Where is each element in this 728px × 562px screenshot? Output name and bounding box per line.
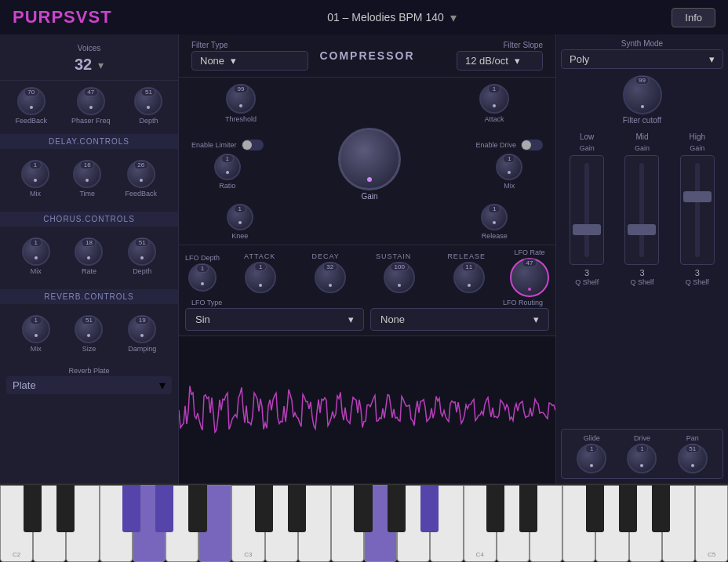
eq-mid-gain-label: Gain bbox=[635, 144, 650, 152]
eq-mid-slider-container[interactable] bbox=[624, 155, 659, 265]
black-key[interactable] bbox=[420, 485, 439, 532]
glide-value: 1 bbox=[585, 444, 598, 453]
release-knob[interactable]: 1 bbox=[481, 204, 508, 230]
black-key[interactable] bbox=[155, 485, 173, 532]
adsr-sustain-value: 100 bbox=[391, 263, 409, 271]
eq-high-q-label: Q Shelf bbox=[686, 278, 709, 286]
pan-knob[interactable]: 51 bbox=[678, 444, 708, 473]
bottom-knobs-area: Glide 1 Drive 1 Pan 51 bbox=[561, 429, 723, 479]
filter-slope-dropdown-icon: ▾ bbox=[515, 55, 520, 67]
center-panel: Filter Type None ▾ COMPRESSOR Filter Slo… bbox=[179, 34, 555, 484]
chorus-rate-item: 18 Rate bbox=[75, 237, 103, 275]
threshold-knob[interactable]: 99 bbox=[226, 84, 256, 114]
phaser-freq-knob[interactable]: 47 bbox=[77, 87, 105, 115]
threshold-label: Threshold bbox=[225, 115, 257, 123]
enable-drive-toggle[interactable] bbox=[521, 140, 543, 150]
reverb-mix-knob[interactable]: 1 bbox=[22, 315, 50, 343]
delay-feedback-knob[interactable]: 26 bbox=[127, 160, 155, 188]
chorus-depth-knob[interactable]: 51 bbox=[128, 237, 156, 266]
delay-controls-header[interactable]: DELAY.CONTROLS bbox=[0, 134, 178, 149]
reverb-size-knob[interactable]: 51 bbox=[75, 315, 103, 343]
black-key[interactable] bbox=[486, 485, 504, 532]
chorus-rate-knob[interactable]: 18 bbox=[75, 237, 103, 266]
adsr-attack-knob[interactable]: 1 bbox=[245, 262, 276, 293]
black-key[interactable] bbox=[122, 485, 140, 532]
sustain-adsr-label: SUSTAIN bbox=[376, 252, 411, 260]
black-key[interactable] bbox=[255, 485, 273, 532]
reverb-controls-header[interactable]: REVERB.CONTROLS bbox=[0, 289, 178, 304]
delay-mix-knob[interactable]: 1 bbox=[21, 160, 49, 188]
compressor-title-area: COMPRESSOR bbox=[308, 49, 425, 63]
black-key[interactable] bbox=[652, 485, 670, 532]
enable-limiter-toggle[interactable] bbox=[242, 140, 264, 150]
preset-dropdown-icon[interactable]: ▾ bbox=[450, 10, 457, 25]
reverb-plate-row[interactable]: Plate ▾ bbox=[6, 376, 172, 394]
delay-knobs-row: 1 Mix 16 Time 26 bbox=[6, 154, 172, 204]
lfo-type-select[interactable]: Sin ▾ bbox=[185, 308, 364, 331]
black-key[interactable] bbox=[24, 485, 42, 532]
black-key[interactable] bbox=[388, 485, 406, 532]
knee-knob[interactable]: 1 bbox=[227, 204, 253, 230]
eq-low-band: Low Gain 3 Q Shelf bbox=[561, 132, 613, 424]
black-key[interactable] bbox=[56, 485, 75, 532]
black-key[interactable] bbox=[188, 485, 206, 532]
glide-knob[interactable]: 1 bbox=[577, 444, 606, 473]
preset-area: 01 – Melodies BPM 140 ▾ bbox=[327, 10, 457, 25]
feedback-knob[interactable]: 70 bbox=[17, 87, 46, 115]
reverb-damping-knob[interactable]: 19 bbox=[128, 315, 156, 343]
info-button[interactable]: Info bbox=[672, 8, 715, 27]
lfo-routing-value: None bbox=[380, 314, 405, 325]
glide-knob-item: Glide 1 bbox=[577, 434, 606, 473]
gain-knob[interactable] bbox=[338, 128, 401, 190]
synth-mode-select[interactable]: Poly ▾ bbox=[561, 49, 723, 69]
voices-dropdown-icon[interactable]: ▾ bbox=[98, 59, 104, 71]
reverb-size-value: 51 bbox=[82, 316, 96, 325]
chorus-controls-header[interactable]: CHORUS.CONTROLS bbox=[0, 212, 178, 227]
eq-low-gain-label: Gain bbox=[580, 144, 595, 152]
threshold-item: 99 Threshold bbox=[225, 84, 257, 123]
eq-high-thumb[interactable] bbox=[683, 191, 712, 202]
reverb-knobs-row: 1 Mix 51 Size 19 bbox=[6, 309, 172, 359]
eq-low-thumb[interactable] bbox=[573, 224, 601, 235]
delay-time-label: Time bbox=[79, 190, 95, 198]
attack-label: Attack bbox=[484, 115, 504, 123]
black-key[interactable] bbox=[519, 485, 537, 532]
drive-knob[interactable]: 1 bbox=[627, 444, 657, 473]
adsr-sustain-item: 100 bbox=[384, 262, 415, 293]
delay-time-dot bbox=[86, 179, 89, 182]
eq-low-slider-container[interactable] bbox=[570, 155, 604, 265]
filter-slope-select[interactable]: 12 dB/oct ▾ bbox=[457, 51, 543, 71]
filter-type-select[interactable]: None ▾ bbox=[191, 51, 308, 71]
lfo-rate-knob[interactable]: 47 bbox=[510, 258, 549, 297]
reverb-mix-dot bbox=[35, 334, 38, 337]
black-key[interactable] bbox=[619, 485, 637, 532]
black-key[interactable] bbox=[586, 485, 604, 532]
ratio-knob[interactable]: 1 bbox=[214, 154, 241, 180]
white-key[interactable]: C5 bbox=[695, 485, 728, 562]
chorus-mix-knob[interactable]: 1 bbox=[22, 237, 50, 266]
adsr-knobs-row: 1 32 100 bbox=[226, 262, 504, 293]
lfo-depth-knob[interactable]: 1 bbox=[188, 263, 217, 292]
adsr-release-knob[interactable]: 11 bbox=[453, 262, 485, 293]
release-dot bbox=[493, 221, 496, 224]
eq-mid-thumb[interactable] bbox=[628, 224, 656, 235]
lfo-routing-select[interactable]: None ▾ bbox=[370, 308, 549, 331]
mix-knob[interactable]: 1 bbox=[496, 154, 522, 180]
enable-limiter-toggle-dot bbox=[242, 140, 252, 150]
lfo-type-routing-labels: LFO Type LFO Routing bbox=[185, 297, 549, 306]
eq-high-gain-label: Gain bbox=[690, 144, 704, 152]
attack-knob[interactable]: 1 bbox=[479, 84, 509, 114]
eq-high-slider-container[interactable] bbox=[680, 155, 715, 265]
mix-label: Mix bbox=[504, 182, 515, 190]
reverb-plate-dropdown-icon: ▾ bbox=[159, 378, 166, 393]
adsr-sustain-knob[interactable]: 100 bbox=[384, 262, 415, 293]
filter-cutoff-knob[interactable]: 99 bbox=[623, 75, 662, 114]
eq-high-q-row: 3 Q Shelf bbox=[686, 268, 709, 286]
adsr-decay-knob[interactable]: 32 bbox=[315, 262, 346, 293]
reverb-size-dot bbox=[87, 334, 90, 337]
black-key[interactable] bbox=[354, 485, 372, 532]
delay-time-knob[interactable]: 16 bbox=[73, 160, 101, 188]
lfo-depth-dot bbox=[201, 282, 204, 285]
depth-knob[interactable]: 51 bbox=[134, 87, 162, 115]
black-key[interactable] bbox=[288, 485, 306, 532]
